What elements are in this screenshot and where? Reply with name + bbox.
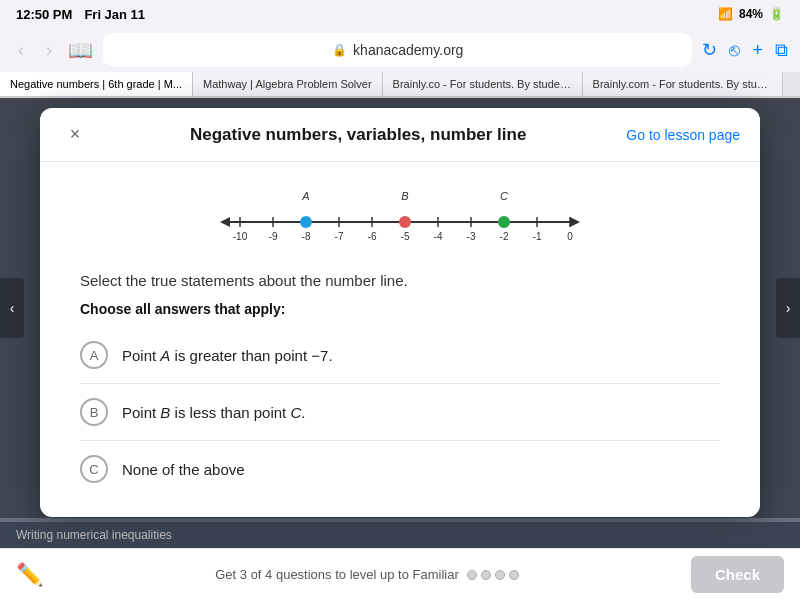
tab-brainly1[interactable]: Brainly.co - For students. By students. — [383, 72, 583, 96]
modal-overlay: × Negative numbers, variables, number li… — [0, 98, 800, 518]
wifi-icon: 📶 — [718, 7, 733, 21]
browser-chrome: ‹ › 📖 🔒 khanacademy.org ↻ ⎋ + ⧉ Negative… — [0, 28, 800, 98]
svg-text:C: C — [500, 190, 508, 202]
question-text: Select the true statements about the num… — [80, 272, 720, 289]
modal-close-button[interactable]: × — [60, 124, 90, 145]
writing-label: Writing numerical inequalities — [16, 528, 172, 542]
url-text: khanacademy.org — [353, 42, 463, 58]
svg-text:-1: -1 — [533, 231, 542, 242]
dot-2 — [481, 570, 491, 580]
svg-text:A: A — [301, 190, 309, 202]
svg-text:-2: -2 — [500, 231, 509, 242]
modal-header: × Negative numbers, variables, number li… — [40, 108, 760, 162]
share-button[interactable]: ⎋ — [729, 40, 740, 61]
option-circle-a: A — [80, 341, 108, 369]
bottom-bar: ✏️ Get 3 of 4 questions to level up to F… — [0, 548, 800, 600]
answer-option-c[interactable]: C None of the above — [80, 441, 720, 497]
option-text-c: None of the above — [122, 461, 245, 478]
tabs-bar: Negative numbers | 6th grade | M... Math… — [0, 72, 800, 97]
level-text-label: Get 3 of 4 questions to level up to Fami… — [215, 567, 459, 582]
status-time: 12:50 PM — [16, 7, 72, 22]
tab-brainly2[interactable]: Brainly.com - For students. By stude... — [583, 72, 783, 96]
svg-marker-2 — [570, 217, 580, 227]
tab-mathway[interactable]: Mathway | Algebra Problem Solver — [193, 72, 383, 96]
battery-level: 84% — [739, 7, 763, 21]
svg-point-29 — [498, 216, 510, 228]
browser-nav: ‹ › 📖 🔒 khanacademy.org ↻ ⎋ + ⧉ — [0, 28, 800, 72]
pencil-button[interactable]: ✏️ — [16, 562, 43, 588]
svg-point-25 — [300, 216, 312, 228]
svg-text:0: 0 — [567, 231, 573, 242]
forward-button[interactable]: › — [40, 36, 58, 65]
progress-dots — [467, 570, 519, 580]
side-nav-right-button[interactable]: › — [776, 278, 800, 338]
reload-button[interactable]: ↻ — [702, 39, 717, 61]
svg-text:-7: -7 — [335, 231, 344, 242]
dot-3 — [495, 570, 505, 580]
battery-icon: 🔋 — [769, 7, 784, 21]
option-text-b: Point B is less than point C. — [122, 404, 305, 421]
side-nav-left-button[interactable]: ‹ — [0, 278, 24, 338]
modal: × Negative numbers, variables, number li… — [40, 108, 760, 517]
answer-option-b[interactable]: B Point B is less than point C. — [80, 384, 720, 441]
level-progress: Get 3 of 4 questions to level up to Fami… — [215, 567, 519, 582]
option-circle-c: C — [80, 455, 108, 483]
svg-text:-3: -3 — [467, 231, 476, 242]
lock-icon: 🔒 — [332, 43, 347, 57]
choose-label: Choose all answers that apply: — [80, 301, 720, 317]
number-line-area: -10 -9 -8 -7 -6 -5 -4 -3 — [40, 162, 760, 262]
svg-text:-6: -6 — [368, 231, 377, 242]
option-letter-c: C — [89, 462, 98, 477]
browser-actions: ↻ ⎋ + ⧉ — [702, 39, 788, 61]
check-button[interactable]: Check — [691, 556, 784, 593]
option-letter-b: B — [90, 405, 99, 420]
modal-title: Negative numbers, variables, number line — [90, 125, 626, 145]
page-background: 6th grade Negative numbers × Negative nu… — [0, 98, 800, 518]
bookmark-button[interactable]: 📖 — [68, 38, 93, 62]
question-body: Select the true statements about the num… — [40, 262, 760, 517]
svg-text:B: B — [401, 190, 408, 202]
option-circle-b: B — [80, 398, 108, 426]
svg-marker-1 — [220, 217, 230, 227]
dot-4 — [509, 570, 519, 580]
address-bar[interactable]: 🔒 khanacademy.org — [103, 33, 692, 67]
svg-text:-10: -10 — [233, 231, 248, 242]
new-tab-button[interactable]: + — [752, 40, 763, 61]
svg-text:-9: -9 — [269, 231, 278, 242]
dot-1 — [467, 570, 477, 580]
number-line-svg: -10 -9 -8 -7 -6 -5 -4 -3 — [210, 182, 590, 252]
writing-bar: Writing numerical inequalities — [0, 522, 800, 548]
svg-text:-5: -5 — [401, 231, 410, 242]
svg-point-27 — [399, 216, 411, 228]
status-bar: 12:50 PM Fri Jan 11 📶 84% 🔋 — [0, 0, 800, 28]
lesson-link[interactable]: Go to lesson page — [626, 127, 740, 143]
answer-option-a[interactable]: A Point A is greater than point −7. — [80, 327, 720, 384]
option-letter-a: A — [90, 348, 99, 363]
svg-text:-8: -8 — [302, 231, 311, 242]
tab-active[interactable]: Negative numbers | 6th grade | M... — [0, 72, 193, 96]
tabs-button[interactable]: ⧉ — [775, 40, 788, 61]
option-text-a: Point A is greater than point −7. — [122, 347, 333, 364]
svg-text:-4: -4 — [434, 231, 443, 242]
back-button[interactable]: ‹ — [12, 36, 30, 65]
status-date: Fri Jan 11 — [84, 7, 145, 22]
